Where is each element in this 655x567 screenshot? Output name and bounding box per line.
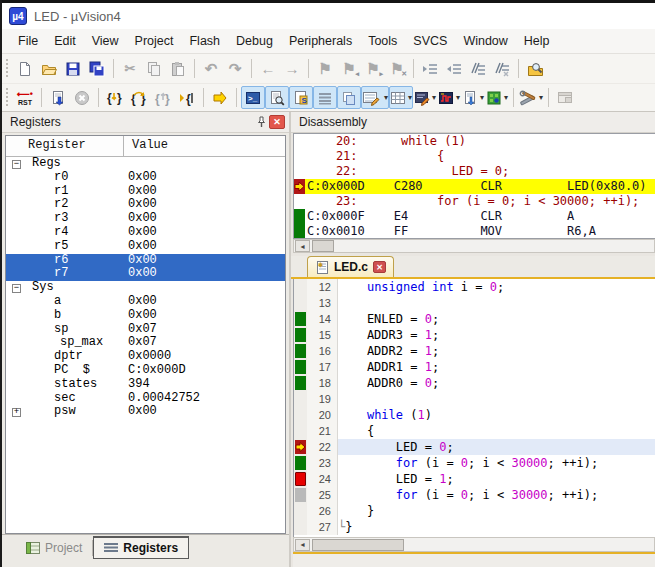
- title-bar[interactable]: µ4 LED - µVision4: [2, 3, 655, 29]
- register-row-r5[interactable]: r50x00: [6, 240, 285, 254]
- register-row-states[interactable]: states394: [6, 378, 285, 392]
- trace-window-button[interactable]: ▾: [461, 86, 485, 109]
- register-row-sys[interactable]: −Sys: [6, 281, 285, 295]
- tab-led-c[interactable]: ✱ LED.c ✕: [307, 256, 394, 277]
- close-registers-icon[interactable]: ✕: [269, 115, 285, 129]
- tab-registers[interactable]: Registers: [93, 536, 189, 559]
- editor-hscrollbar[interactable]: ◂: [293, 537, 655, 552]
- restore-views-button[interactable]: [553, 86, 577, 109]
- menu-file[interactable]: File: [10, 31, 46, 51]
- clear-bookmarks-button[interactable]: ⚑✕: [385, 57, 409, 80]
- toolbar-grip[interactable]: [4, 59, 10, 79]
- save-file-button[interactable]: [61, 57, 85, 80]
- register-row-sp[interactable]: sp0x07: [6, 323, 285, 337]
- register-row-r7[interactable]: r70x00: [6, 267, 285, 281]
- toolbox-button[interactable]: ▾: [518, 86, 544, 109]
- editor-margin[interactable]: [294, 359, 307, 375]
- register-row-b[interactable]: b0x00: [6, 309, 285, 323]
- editor-margin[interactable]: [294, 295, 307, 311]
- menu-view[interactable]: View: [84, 31, 127, 51]
- editor-margin[interactable]: [294, 327, 307, 343]
- callstack-window-button[interactable]: [337, 86, 361, 109]
- serial-window-button[interactable]: ▾: [413, 86, 437, 109]
- menu-peripherals[interactable]: Peripherals: [281, 31, 360, 51]
- register-row-sp_max[interactable]: sp_max0x07: [6, 336, 285, 350]
- menu-debug[interactable]: Debug: [228, 31, 281, 51]
- registers-window-button[interactable]: [313, 86, 337, 109]
- coverage-marker[interactable]: [294, 224, 305, 239]
- scroll-thumb[interactable]: [312, 240, 334, 252]
- tree-expander-icon[interactable]: −: [12, 160, 21, 169]
- open-file-button[interactable]: [37, 57, 61, 80]
- step-over-button[interactable]: {}: [127, 86, 151, 109]
- scroll-left-icon[interactable]: ◂: [295, 539, 310, 551]
- register-row-sec[interactable]: sec0.00042752: [6, 392, 285, 406]
- uncomment-selection-button[interactable]: [490, 57, 514, 80]
- menu-window[interactable]: Window: [455, 31, 515, 51]
- scroll-left-icon[interactable]: ◂: [295, 240, 310, 252]
- system-viewer-button[interactable]: ▾: [485, 86, 509, 109]
- register-row-regs[interactable]: −Regs: [6, 157, 285, 171]
- insert-bookmark-button[interactable]: ⚑: [313, 57, 337, 80]
- pin-icon[interactable]: [254, 115, 269, 129]
- run-to-cursor-button[interactable]: {: [175, 86, 199, 109]
- symbol-window-button[interactable]: S: [289, 86, 313, 109]
- editor-margin[interactable]: [294, 407, 307, 423]
- register-row-a[interactable]: a0x00: [6, 295, 285, 309]
- disassembly-margin[interactable]: [294, 164, 305, 179]
- register-row-r0[interactable]: r00x00: [6, 171, 285, 185]
- register-row-psw[interactable]: +psw0x00: [6, 405, 285, 419]
- tab-project[interactable]: Project: [16, 536, 92, 559]
- disassembly-margin[interactable]: [294, 149, 305, 164]
- register-row-r2[interactable]: r20x00: [6, 198, 285, 212]
- editor-margin[interactable]: [294, 311, 307, 327]
- previous-bookmark-button[interactable]: ⚑◂: [337, 57, 361, 80]
- editor-margin[interactable]: [294, 487, 307, 503]
- register-row-r3[interactable]: r30x00: [6, 212, 285, 226]
- current-statement-icon[interactable]: [294, 439, 307, 455]
- navigate-back-button[interactable]: ←: [256, 57, 280, 80]
- registers-table[interactable]: Register Value −Regsr00x00r10x00r20x00r3…: [5, 135, 286, 534]
- disassembly-view[interactable]: 20: while (1) 21: { 22: LED = 0;C:0x000D…: [293, 133, 655, 239]
- editor-margin[interactable]: [294, 423, 307, 439]
- toolbar-grip[interactable]: [4, 88, 10, 108]
- new-file-button[interactable]: [13, 57, 37, 80]
- menu-flash[interactable]: Flash: [181, 31, 228, 51]
- comment-selection-button[interactable]: [466, 57, 490, 80]
- register-row-r1[interactable]: r10x00: [6, 185, 285, 199]
- undo-button[interactable]: ↶: [199, 57, 223, 80]
- unindent-selection-button[interactable]: [442, 57, 466, 80]
- memory-window-button[interactable]: ▾: [389, 86, 413, 109]
- editor-margin[interactable]: [294, 455, 307, 471]
- show-next-statement-button[interactable]: [208, 86, 232, 109]
- editor-margin[interactable]: [294, 503, 307, 519]
- run-button[interactable]: [46, 86, 70, 109]
- tree-expander-icon[interactable]: +: [12, 408, 21, 417]
- coverage-marker[interactable]: [294, 209, 305, 224]
- cut-button[interactable]: ✂: [118, 57, 142, 80]
- register-row-r6[interactable]: r60x00: [6, 254, 285, 268]
- find-in-files-button[interactable]: [523, 57, 547, 80]
- editor-margin[interactable]: [294, 279, 307, 295]
- step-into-button[interactable]: {}: [103, 86, 127, 109]
- code-editor[interactable]: 12 unsigned int i = 0;1314 ENLED = 0;15 …: [293, 279, 655, 537]
- reset-cpu-button[interactable]: ⟵•RST: [13, 86, 37, 109]
- paste-button[interactable]: [166, 57, 190, 80]
- editor-margin[interactable]: [294, 391, 307, 407]
- copy-button[interactable]: [142, 57, 166, 80]
- editor-margin[interactable]: [294, 375, 307, 391]
- disassembly-window-button[interactable]: [265, 86, 289, 109]
- watch-window-button[interactable]: ▾: [361, 86, 389, 109]
- menu-project[interactable]: Project: [127, 31, 182, 51]
- current-instruction-marker[interactable]: [294, 179, 305, 194]
- menu-edit[interactable]: Edit: [46, 31, 84, 51]
- register-row-r4[interactable]: r40x00: [6, 226, 285, 240]
- menu-help[interactable]: Help: [516, 31, 558, 51]
- disassembly-margin[interactable]: [294, 134, 305, 149]
- next-bookmark-button[interactable]: ⚑▸: [361, 57, 385, 80]
- close-tab-icon[interactable]: ✕: [373, 261, 386, 273]
- analysis-window-button[interactable]: ▾: [437, 86, 461, 109]
- step-out-button[interactable]: {}: [151, 86, 175, 109]
- scroll-thumb[interactable]: [312, 539, 404, 551]
- navigate-forward-button[interactable]: →: [280, 57, 304, 80]
